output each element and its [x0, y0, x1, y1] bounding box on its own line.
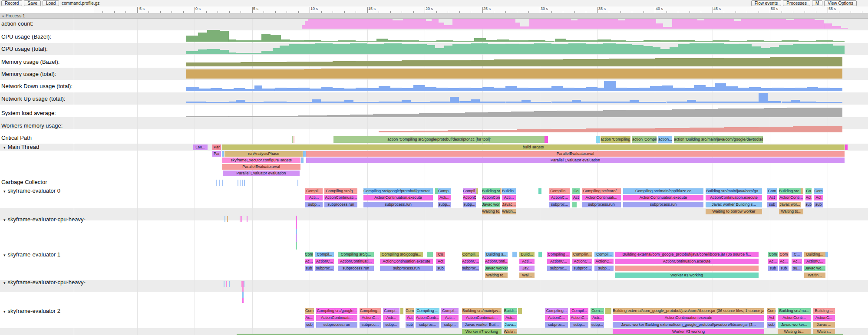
track-segment-skyframe-evaluator-1[interactable]: Ac... — [792, 259, 802, 264]
track-segment-skyframe-evaluator-0[interactable]: Javac work... — [482, 202, 500, 207]
chart-bar-cpu-usage-bazel[interactable] — [695, 41, 713, 42]
chart-bar-system-load-average[interactable] — [580, 111, 603, 117]
chart-bar-action-count[interactable] — [625, 19, 656, 29]
chart-bar-action-count[interactable] — [697, 20, 704, 29]
chart-bar-workers-memory-usage[interactable] — [759, 127, 793, 132]
chart-bar-cpu-usage-bazel[interactable] — [747, 40, 764, 42]
chart-bar-cpu-usage-total[interactable] — [519, 44, 534, 54]
chart-bar-network-up-usage-total[interactable] — [581, 102, 609, 103]
cpu-heavy-event-strip[interactable] — [296, 234, 297, 242]
track-segment-skyframe-evaluator-2[interactable]: Building ... — [813, 308, 835, 314]
track-segment-skyframe-evaluator-2[interactable]: sub — [767, 322, 776, 328]
chart-bar-network-down-usage-total[interactable] — [830, 88, 842, 91]
track-segment-skyframe-evaluator-2[interactable]: Java... — [504, 322, 517, 328]
chart-bar-network-down-usage-total[interactable] — [662, 85, 673, 91]
chart-bar-network-down-usage-total[interactable] — [505, 86, 517, 91]
chart-bar-system-load-average[interactable] — [396, 114, 419, 117]
chart-bar-memory-usage-total[interactable] — [494, 69, 540, 79]
chart-bar-cpu-usage-bazel[interactable] — [528, 40, 546, 42]
track-segment-skyframe-evaluator-1[interactable]: Worker #1 working — [615, 273, 759, 278]
chart-bar-system-load-average[interactable] — [186, 116, 229, 117]
sidebar-track-group-label[interactable]: ▾Main Thread — [3, 144, 39, 150]
chart-bar-workers-memory-usage[interactable] — [551, 129, 586, 132]
chart-bar-system-load-average[interactable] — [350, 115, 373, 117]
chart-bar-system-load-average[interactable] — [534, 111, 557, 117]
track-segment-skyframe-evaluator-1[interactable]: Jav... — [519, 266, 535, 271]
track-segment-skyframe-evaluator-2[interactable] — [400, 308, 403, 314]
chart-bar-network-up-usage-total[interactable] — [572, 100, 581, 103]
chart-bar-network-up-usage-total[interactable] — [816, 102, 828, 103]
track-segment-skyframe-evaluator-2[interactable]: Compiling... — [360, 308, 381, 314]
chart-bar-cpu-usage-bazel[interactable] — [356, 41, 376, 42]
chart-bar-memory-usage-bazel[interactable] — [186, 62, 218, 66]
chart-bar-action-count[interactable] — [578, 19, 618, 29]
track-segment-skyframe-evaluator-0[interactable]: subproc... — [549, 202, 570, 207]
chart-bar-network-down-usage-total[interactable] — [211, 88, 222, 91]
track-segment-skyframe-evaluator-1[interactable]: Building s... — [485, 252, 508, 257]
chart-bar-network-up-usage-total[interactable] — [379, 102, 402, 103]
track-segment-skyframe-evaluator-1[interactable]: Com — [779, 252, 789, 257]
chart-bar-cpu-usage-bazel[interactable] — [497, 39, 509, 42]
chart-bar-cpu-usage-total[interactable] — [822, 44, 833, 54]
chart-bar-network-up-usage-total[interactable] — [724, 102, 747, 103]
track-segment-skyframe-evaluator-2[interactable]: Compil... — [441, 308, 459, 314]
track-segment-skyframe-evaluator-0[interactable]: ActionContinuation.execute — [623, 195, 703, 200]
chart-bar-network-down-usage-total[interactable] — [321, 87, 333, 91]
track-segment-main-thread[interactable]: ParallelEvaluator.eval — [306, 151, 845, 157]
track-segment-skyframe-evaluator-0[interactable]: subprocess.run — [324, 202, 357, 207]
track-segment-skyframe-evaluator-2[interactable]: ActionC... — [360, 315, 381, 321]
chart-bar-cpu-usage-bazel[interactable] — [474, 38, 486, 42]
track-segment-skyframe-evaluator-0[interactable]: Co — [572, 188, 580, 194]
chart-bar-network-down-usage-total[interactable] — [807, 87, 818, 91]
chart-bar-cpu-usage-bazel[interactable] — [186, 36, 198, 42]
chart-bar-system-load-average[interactable] — [810, 108, 842, 117]
chart-bar-cpu-usage-total[interactable] — [236, 53, 261, 54]
chart-bar-memory-usage-total[interactable] — [186, 69, 292, 79]
track-segment-skyframe-evaluator-0[interactable]: subp... — [438, 202, 451, 207]
track-segment-skyframe-evaluator-1[interactable]: Building external/com_google_protobuf/ja… — [615, 252, 759, 257]
track-segment-skyframe-evaluator-2[interactable]: Building src/main/jav... — [462, 308, 502, 314]
chart-bar-cpu-usage-bazel[interactable] — [799, 41, 816, 42]
chart-bar-network-down-usage-total[interactable] — [761, 88, 772, 91]
chart-bar-network-down-usage-total[interactable] — [262, 89, 275, 91]
track-segment-skyframe-evaluator-2[interactable]: Compi... — [383, 308, 399, 314]
chart-bar-cpu-usage-total[interactable] — [586, 44, 603, 54]
chart-bar-cpu-usage-bazel[interactable] — [388, 40, 402, 42]
gc-event-tick[interactable] — [216, 180, 217, 186]
track-segment-skyframe-evaluator-0[interactable] — [500, 188, 502, 194]
chart-bar-cpu-usage-total[interactable] — [833, 46, 845, 54]
track-segment-skyframe-evaluator-2[interactable]: Com — [406, 308, 414, 314]
chart-bar-cpu-usage-bazel[interactable] — [509, 40, 528, 42]
chart-bar-system-load-average[interactable] — [442, 113, 465, 117]
track-segment-skyframe-evaluator-2[interactable]: Buildi... — [504, 308, 517, 314]
track-segment-skyframe-evaluator-2[interactable]: subproc... — [416, 322, 439, 328]
track-segment-skyframe-evaluator-2[interactable]: Building src/ma... — [778, 308, 811, 314]
chart-bar-network-down-usage-total[interactable] — [344, 89, 356, 91]
chart-bar-cpu-usage-total[interactable] — [551, 44, 569, 54]
track-segment-skyframe-evaluator-2[interactable]: subp... — [383, 322, 399, 328]
chart-bar-network-up-usage-total[interactable] — [759, 93, 768, 103]
chart-bar-system-load-average[interactable] — [419, 113, 442, 117]
chart-bar-cpu-usage-total[interactable] — [261, 51, 273, 54]
chart-bar-cpu-usage-total[interactable] — [333, 44, 350, 54]
chart-bar-network-down-usage-total[interactable] — [436, 88, 448, 91]
chart-bar-network-up-usage-total[interactable] — [245, 102, 264, 103]
track-segment-main-thread[interactable]: Parallel Evaluator evaluation — [306, 158, 845, 163]
record-button[interactable]: Record — [1, 0, 22, 6]
chart-bar-network-down-usage-total[interactable] — [650, 86, 662, 91]
track-segment-main-thread[interactable] — [303, 151, 306, 157]
chart-bar-memory-usage-bazel[interactable] — [816, 57, 842, 66]
track-segment-skyframe-evaluator-1[interactable]: Compiling src/g... — [338, 252, 374, 257]
chart-bar-network-up-usage-total[interactable] — [630, 100, 639, 103]
chart-bar-cpu-usage-total[interactable] — [289, 44, 300, 54]
track-segment-skyframe-evaluator-0[interactable]: ActionContinuation.execute — [363, 195, 433, 200]
chart-bar-cpu-usage-bazel[interactable] — [198, 33, 207, 42]
chart-bar-cpu-usage-total[interactable] — [739, 44, 751, 54]
track-segment-skyframe-evaluator-0[interactable] — [476, 188, 478, 194]
chart-bar-cpu-usage-total[interactable] — [534, 43, 551, 54]
chart-bar-cpu-usage-bazel[interactable] — [611, 40, 626, 42]
track-segment-skyframe-evaluator-1[interactable] — [538, 252, 542, 257]
chart-bar-network-down-usage-total[interactable] — [517, 88, 528, 91]
track-segment-skyframe-evaluator-0[interactable]: sub — [814, 202, 823, 207]
track-segment-skyframe-evaluator-2[interactable]: subp... — [591, 322, 604, 328]
